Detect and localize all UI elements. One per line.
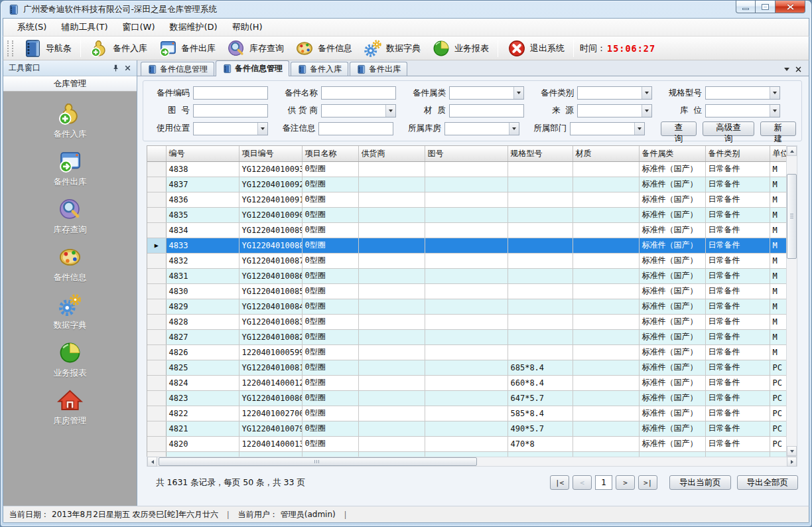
combo-dropdown-button[interactable] (634, 123, 644, 135)
sidebar-item-part-outbound[interactable]: 备件出库 (31, 149, 110, 188)
field-input-spec-model[interactable] (705, 86, 780, 100)
button-export-all-pages[interactable]: 导出全部页 (737, 475, 799, 490)
table-row[interactable]: 4828YG122040100830型圈标准件（国产）日常备件M (147, 314, 786, 329)
toolbar-nav-bar[interactable]: 导航条 (17, 37, 77, 60)
tab-part-info-mgmt-1[interactable]: 备件信息管理 (141, 62, 214, 76)
sidebar-close-button[interactable] (121, 62, 133, 74)
table-row[interactable]: 4836YG122040100910型圈标准件（国产）日常备件M (147, 192, 786, 207)
table-row[interactable]: 4837YG122040100920型圈标准件（国产）日常备件M (147, 177, 786, 192)
field-input-warehouse[interactable] (444, 122, 519, 135)
row-selector[interactable] (147, 421, 166, 436)
field-input-department[interactable] (570, 122, 645, 135)
field-input-figure-no[interactable] (193, 104, 268, 117)
combo-dropdown-button[interactable] (642, 105, 651, 117)
column-header[interactable]: 图号 (425, 146, 508, 161)
menu-item-system[interactable]: 系统(S) (10, 19, 54, 36)
pin-button[interactable] (109, 62, 121, 74)
field-input-part-code[interactable] (193, 86, 268, 100)
field-input-part-name[interactable] (321, 86, 396, 100)
combo-dropdown-button[interactable] (513, 87, 523, 99)
table-row[interactable]: 482212204010027000型圈585*8.4标准件（国产）日常备件PC (147, 406, 786, 421)
prev-page-button[interactable]: < (573, 475, 592, 490)
menu-item-help[interactable]: 帮助(H) (225, 19, 270, 36)
vertical-scrollbar[interactable] (786, 145, 797, 457)
sidebar-item-warehouse-mgmt[interactable]: 库房管理 (31, 388, 110, 427)
combo-dropdown-button[interactable] (257, 123, 267, 135)
field-input-supplier[interactable] (321, 104, 396, 117)
table-row[interactable]: 4838YG122040100930型圈标准件（国产）日常备件M (147, 161, 786, 177)
button-export-current-page[interactable]: 导出当前页 (669, 475, 731, 490)
table-row[interactable]: 4823YG122040100800型圈647*5.7标准件（国产）日常备件PC (147, 390, 786, 406)
scroll-left-button[interactable] (147, 457, 157, 467)
table-row[interactable]: 4829YG122040100840型圈标准件（国产）日常备件M (147, 299, 786, 314)
tab-part-info-mgmt-2[interactable]: 备件信息管理 (216, 60, 289, 76)
row-selector[interactable] (147, 161, 166, 177)
toolbar-part-outbound[interactable]: 备件出库 (153, 37, 221, 60)
button-new[interactable]: 新建 (760, 121, 796, 136)
field-input-use-position[interactable] (193, 122, 268, 135)
row-selector[interactable] (147, 268, 166, 283)
close-window-button[interactable] (775, 1, 805, 13)
row-selector[interactable] (147, 360, 166, 375)
column-header[interactable]: 规格型号 (508, 146, 573, 161)
sidebar-item-stock-query[interactable]: 库存查询 (31, 196, 110, 236)
field-input-stock-location[interactable] (705, 104, 780, 117)
scroll-right-button[interactable] (787, 457, 797, 467)
column-header[interactable]: 单位 (770, 146, 786, 161)
table-row[interactable]: 4830YG122040100850型圈标准件（国产）日常备件M (147, 283, 786, 299)
tab-part-inbound[interactable]: 备件入库 (291, 62, 348, 76)
table-row[interactable]: 482612204010005990型圈标准件（国产）日常备件M (147, 344, 786, 360)
toolbar-data-dict[interactable]: 数据字典 (358, 37, 426, 60)
row-selector[interactable] (147, 177, 166, 192)
scroll-up-button[interactable] (787, 146, 797, 156)
title-bar[interactable]: 广州爱奇迪软件科技有限公司-深田之星仓库管理系统 (3, 1, 809, 18)
tab-close-icon[interactable] (795, 66, 802, 73)
table-row[interactable]: 4832YG122040100870型圈标准件（国产）日常备件M (147, 253, 786, 268)
row-selector[interactable] (147, 207, 166, 222)
column-header[interactable]: 备件属类 (639, 146, 705, 161)
toolbar-exit-system[interactable]: 退出系统 (502, 37, 570, 60)
page-number-input[interactable] (595, 475, 612, 490)
combo-dropdown-button[interactable] (770, 87, 779, 99)
row-selector[interactable] (147, 329, 166, 344)
tab-menu-chevron-down-icon[interactable] (784, 68, 789, 71)
table-row[interactable]: 482012204014000130型圈470*8标准件（国产）日常备件PC (147, 436, 786, 451)
row-selector[interactable] (147, 299, 166, 314)
first-page-button[interactable]: |< (550, 475, 569, 490)
row-selector[interactable] (147, 253, 166, 268)
menu-item-data-maintain[interactable]: 数据维护(D) (163, 19, 225, 36)
table-row[interactable]: 4831YG122040100860型圈标准件（国产）日常备件M (147, 268, 786, 283)
row-selector[interactable] (147, 314, 166, 329)
sidebar-item-part-info[interactable]: 备件信息 (31, 244, 110, 283)
field-input-source[interactable] (577, 104, 652, 117)
row-selector[interactable] (147, 406, 166, 421)
toolbar-stock-query[interactable]: 库存查询 (221, 37, 289, 60)
combo-dropdown-button[interactable] (642, 87, 651, 99)
field-input-part-type[interactable] (577, 86, 652, 100)
table-row[interactable]: 482412204014000120型圈660*8.4标准件（国产）日常备件PC (147, 375, 786, 390)
column-header[interactable]: 项目名称 (302, 146, 358, 161)
column-header[interactable]: 材质 (573, 146, 639, 161)
combo-dropdown-button[interactable] (509, 123, 519, 135)
row-selector[interactable] (147, 375, 166, 390)
sidebar-group-header[interactable]: 仓库管理 (3, 76, 137, 92)
table-row[interactable]: 4825YG122040100810型圈685*8.4标准件（国产）日常备件PC (147, 360, 786, 375)
vertical-scrollbar-thumb[interactable] (787, 174, 797, 259)
last-page-button[interactable]: >| (638, 475, 657, 490)
table-row[interactable]: ▶4833YG122040100880型圈标准件（国产）日常备件M (147, 238, 786, 253)
combo-dropdown-button[interactable] (385, 105, 395, 117)
table-row[interactable]: 4834YG122040100890型圈标准件（国产）日常备件M (147, 222, 786, 238)
horizontal-scrollbar[interactable] (147, 457, 797, 467)
table-row[interactable]: 4835YG122040100900型圈标准件（国产）日常备件M (147, 207, 786, 222)
table-row[interactable]: 4827YG122040100820型圈标准件（国产）日常备件M (147, 329, 786, 344)
column-header[interactable]: 备件类别 (705, 146, 770, 161)
horizontal-scrollbar-thumb[interactable] (159, 457, 477, 466)
sidebar-item-part-inbound[interactable]: 备件入库 (31, 101, 110, 140)
field-input-remark[interactable] (318, 122, 393, 135)
row-selector[interactable] (147, 222, 166, 238)
tab-part-outbound[interactable]: 备件出库 (350, 62, 407, 76)
field-input-material[interactable] (449, 104, 524, 117)
row-selector[interactable] (147, 283, 166, 299)
field-input-part-category[interactable] (449, 86, 524, 100)
row-selector[interactable] (147, 344, 166, 360)
